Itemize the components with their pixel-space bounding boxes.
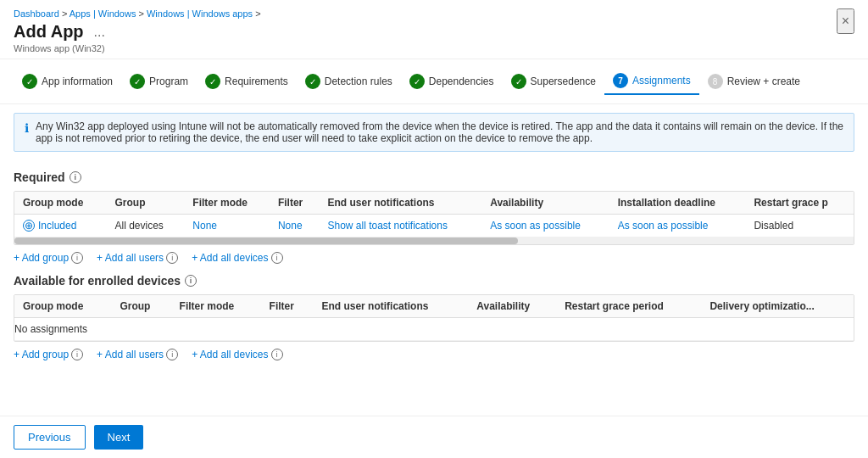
avail-add-users-info-icon[interactable]: i xyxy=(166,349,178,360)
step-supersedence-label: Supersedence xyxy=(531,75,596,87)
cell-availability[interactable]: As soon as possible xyxy=(481,215,609,237)
info-icon: ℹ xyxy=(25,121,29,144)
avail-add-devices-info-icon[interactable]: i xyxy=(271,349,283,360)
step-requirements-label: Requirements xyxy=(225,75,288,87)
add-group-info-icon[interactable]: i xyxy=(71,252,83,264)
avail-col-filter: Filter xyxy=(261,295,314,318)
available-add-all-users-link[interactable]: + Add all users i xyxy=(97,349,178,360)
info-banner: ℹ Any Win32 app deployed using Intune wi… xyxy=(14,113,854,152)
add-users-info-icon[interactable]: i xyxy=(166,252,178,264)
avail-col-filter-mode: Filter mode xyxy=(171,295,261,318)
step-dependencies-label: Dependencies xyxy=(429,75,494,87)
required-section-title: Required i xyxy=(14,170,854,184)
step-review-create-icon: 8 xyxy=(708,74,723,89)
close-button[interactable]: × xyxy=(837,8,854,34)
step-review-create[interactable]: 8 Review + create xyxy=(699,69,809,94)
main-content: Required i Group mode Group Filter mode … xyxy=(0,160,868,458)
info-banner-text: Any Win32 app deployed using Intune will… xyxy=(36,120,843,144)
main-container: Dashboard > Apps | Windows > Windows | W… xyxy=(0,0,868,458)
step-requirements-icon: ✓ xyxy=(205,74,220,89)
step-program-label: Program xyxy=(149,75,188,87)
step-supersedence[interactable]: ✓ Supersedence xyxy=(503,69,604,94)
step-app-information[interactable]: ✓ App information xyxy=(14,69,121,94)
step-review-create-label: Review + create xyxy=(727,75,800,87)
step-assignments[interactable]: 7 Assignments xyxy=(604,68,699,95)
available-table-header-row: Group mode Group Filter mode Filter End … xyxy=(14,295,854,318)
available-add-group-link[interactable]: + Add group i xyxy=(14,349,83,360)
step-app-information-label: App information xyxy=(42,75,113,87)
col-end-user-notifications: End user notifications xyxy=(319,192,481,215)
required-info-icon[interactable]: i xyxy=(70,171,81,183)
step-supersedence-icon: ✓ xyxy=(511,74,526,89)
required-add-all-users-link[interactable]: + Add all users i xyxy=(97,252,178,264)
avail-col-group-mode: Group mode xyxy=(14,295,111,318)
top-bar-left: Dashboard > Apps | Windows > Windows | W… xyxy=(14,8,261,53)
plus-circle-icon: ⊕ xyxy=(23,220,35,232)
available-no-assignments-row: No assignments xyxy=(14,318,854,341)
required-add-all-devices-link[interactable]: + Add all devices i xyxy=(192,252,282,264)
breadcrumb: Dashboard > Apps | Windows > Windows | W… xyxy=(14,8,261,19)
available-info-icon[interactable]: i xyxy=(185,275,197,287)
avail-col-availability: Availability xyxy=(468,295,556,318)
required-table-container: Group mode Group Filter mode Filter End … xyxy=(14,191,854,245)
col-restart-grace: Restart grace p xyxy=(745,192,854,215)
footer: Previous Next xyxy=(0,416,868,458)
step-program[interactable]: ✓ Program xyxy=(121,69,197,94)
scrollbar-thumb[interactable] xyxy=(14,237,518,244)
available-table-container: Group mode Group Filter mode Filter End … xyxy=(14,294,854,342)
available-section-title: Available for enrolled devices i xyxy=(14,274,854,288)
required-add-group-link[interactable]: + Add group i xyxy=(14,252,83,264)
cell-end-user-notifications[interactable]: Show all toast notifications xyxy=(319,215,481,237)
cell-group: All devices xyxy=(106,215,184,237)
avail-col-end-user-notifications: End user notifications xyxy=(313,295,468,318)
step-assignments-label: Assignments xyxy=(632,75,691,87)
available-add-all-devices-link[interactable]: + Add all devices i xyxy=(192,349,282,360)
required-add-group-row: + Add group i + Add all users i + Add al… xyxy=(14,252,854,264)
col-filter-mode: Filter mode xyxy=(184,192,270,215)
previous-button[interactable]: Previous xyxy=(14,425,86,450)
col-filter: Filter xyxy=(270,192,320,215)
ellipsis-button[interactable]: ... xyxy=(91,25,108,40)
cell-installation-deadline[interactable]: As soon as possible xyxy=(609,215,746,237)
required-table-row: ⊕ Included All devices None None Show al… xyxy=(14,215,854,237)
required-table: Group mode Group Filter mode Filter End … xyxy=(14,192,854,237)
col-availability: Availability xyxy=(481,192,609,215)
col-group-mode: Group mode xyxy=(14,192,106,215)
avail-col-restart-grace: Restart grace period xyxy=(556,295,701,318)
cell-restart-grace: Disabled xyxy=(745,215,854,237)
top-bar: Dashboard > Apps | Windows > Windows | W… xyxy=(0,0,868,59)
col-installation-deadline: Installation deadline xyxy=(609,192,746,215)
step-detection-rules-label: Detection rules xyxy=(325,75,392,87)
step-app-information-icon: ✓ xyxy=(22,74,37,89)
step-requirements[interactable]: ✓ Requirements xyxy=(197,69,297,94)
avail-add-group-info-icon[interactable]: i xyxy=(71,349,83,360)
cell-filter-mode[interactable]: None xyxy=(184,215,270,237)
breadcrumb-apps-windows[interactable]: Apps | Windows xyxy=(70,8,136,19)
avail-col-group: Group xyxy=(111,295,170,318)
breadcrumb-dashboard[interactable]: Dashboard xyxy=(14,8,59,19)
next-button[interactable]: Next xyxy=(94,425,144,450)
no-assignments-cell: No assignments xyxy=(14,318,854,341)
add-devices-info-icon[interactable]: i xyxy=(271,252,283,264)
step-detection-rules-icon: ✓ xyxy=(305,74,320,89)
wizard-steps: ✓ App information ✓ Program ✓ Requiremen… xyxy=(0,59,868,104)
cell-group-mode[interactable]: ⊕ Included xyxy=(14,215,106,237)
step-detection-rules[interactable]: ✓ Detection rules xyxy=(297,69,401,94)
step-dependencies[interactable]: ✓ Dependencies xyxy=(401,69,503,94)
step-dependencies-icon: ✓ xyxy=(409,74,425,89)
included-badge[interactable]: ⊕ Included xyxy=(23,220,97,232)
horizontal-scrollbar[interactable] xyxy=(14,237,854,244)
available-add-group-row: + Add group i + Add all users i + Add al… xyxy=(14,349,854,360)
page-subtitle: Windows app (Win32) xyxy=(14,43,261,53)
avail-col-delivery: Delivery optimizatio... xyxy=(701,295,854,318)
required-table-header-row: Group mode Group Filter mode Filter End … xyxy=(14,192,854,215)
page-title: Add App xyxy=(14,22,84,42)
available-table: Group mode Group Filter mode Filter End … xyxy=(14,295,854,341)
breadcrumb-windows-apps[interactable]: Windows | Windows apps xyxy=(147,8,253,19)
step-assignments-icon: 7 xyxy=(613,73,628,88)
cell-filter[interactable]: None xyxy=(270,215,320,237)
step-program-icon: ✓ xyxy=(130,74,145,89)
col-group: Group xyxy=(106,192,184,215)
